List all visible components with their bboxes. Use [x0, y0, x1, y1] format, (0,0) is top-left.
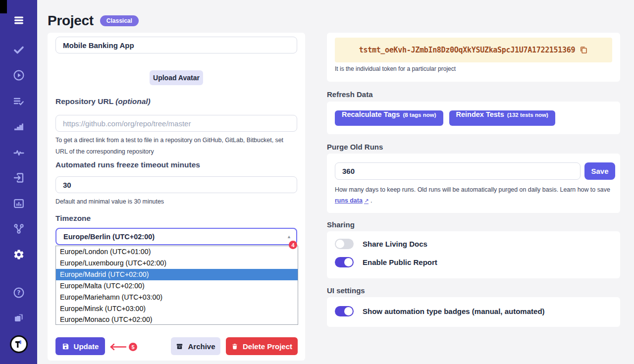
- token-box: tstmt_oeKvh-JZmbIn8Dz0OqXkYSUZkaSpcJ1U7A…: [335, 38, 612, 62]
- freeze-timeout-label: Automated runs freeze timeout minutes: [55, 160, 200, 169]
- refresh-data-card: Recalculate Tags (8 tags now) Reindex Te…: [327, 102, 620, 134]
- sharing-card: Share Living Docs Enable Public Report: [327, 231, 620, 278]
- git-branch-icon[interactable]: [12, 222, 25, 235]
- purge-heading: Purge Old Runs: [327, 143, 383, 151]
- chevron-up-icon: ▲: [287, 234, 291, 239]
- save-button[interactable]: Save: [584, 162, 615, 180]
- reindex-tests-count: (132 tests now): [507, 112, 548, 118]
- project-settings-card: Upload Avatar Repository URL (optional) …: [48, 33, 305, 361]
- repository-url-label: Repository URL (optional): [55, 97, 151, 106]
- timezone-dropdown: Europe/London (UTC+01:00)Europe/Luxembou…: [55, 246, 298, 325]
- recalculate-tags-button[interactable]: Recalculate Tags (8 tags now): [335, 110, 443, 126]
- save-icon: [62, 343, 69, 350]
- repository-url-help: To get a direct link from a test to file…: [55, 135, 296, 157]
- share-living-docs-row: Share Living Docs: [335, 239, 427, 249]
- share-living-docs-toggle[interactable]: [335, 239, 354, 249]
- timezone-select-value: Europe/Berlin (UTC+02:00): [63, 233, 155, 241]
- share-living-docs-label: Share Living Docs: [363, 240, 427, 248]
- bar-chart-icon[interactable]: [12, 197, 25, 210]
- logo-icon[interactable]: [10, 335, 28, 353]
- purge-card: Save How many days to keep runs. Old run…: [327, 154, 620, 213]
- timezone-option[interactable]: Europe/London (UTC+01:00): [56, 246, 298, 258]
- purge-help-suffix: .: [369, 197, 372, 204]
- list-check-icon[interactable]: [12, 95, 25, 108]
- refresh-data-heading: Refresh Data: [327, 90, 373, 99]
- folders-icon[interactable]: [12, 312, 25, 325]
- enable-public-report-row: Enable Public Report: [335, 257, 437, 267]
- window-corner-notch: [0, 0, 7, 13]
- annotation-badge-4: 4: [289, 241, 297, 249]
- hamburger-menu-icon[interactable]: [12, 14, 25, 27]
- form-actions: Update 5 Archive Delete Project: [55, 337, 297, 355]
- page-header: Project Classical: [48, 13, 139, 29]
- timezone-select[interactable]: Europe/Berlin (UTC+02:00) ▲: [55, 228, 297, 245]
- project-type-badge: Classical: [100, 15, 139, 26]
- archive-button-label: Archive: [188, 342, 215, 351]
- check-icon[interactable]: [12, 44, 25, 56]
- ui-settings-card: Show automation type badges (manual, aut…: [327, 297, 620, 327]
- help-circle-icon[interactable]: ?: [12, 286, 25, 299]
- svg-text:?: ?: [17, 289, 20, 296]
- reindex-tests-button[interactable]: Reindex Tests (132 tests now): [449, 110, 555, 126]
- delete-button-label: Delete Project: [243, 342, 292, 351]
- recalculate-tags-label: Recalculate Tags: [342, 110, 400, 118]
- sidebar: ?: [0, 0, 37, 364]
- token-caption: It is the individual token for a particu…: [335, 65, 456, 72]
- project-token: tstmt_oeKvh-JZmbIn8Dz0OqXkYSUZkaSpcJ1U7A…: [359, 46, 576, 54]
- repository-url-input[interactable]: [55, 115, 297, 132]
- timezone-option[interactable]: Europe/Luxembourg (UTC+02:00): [56, 258, 298, 269]
- sign-in-icon[interactable]: [12, 171, 25, 184]
- page-title: Project: [48, 13, 94, 29]
- token-card: tstmt_oeKvh-JZmbIn8Dz0OqXkYSUZkaSpcJ1U7A…: [327, 33, 620, 82]
- activity-pulse-icon[interactable]: [12, 146, 25, 159]
- reindex-tests-label: Reindex Tests: [456, 110, 504, 118]
- gear-icon[interactable]: [12, 248, 25, 261]
- delete-project-button[interactable]: Delete Project: [226, 337, 298, 355]
- copy-icon: [579, 46, 588, 54]
- steps-icon[interactable]: [12, 120, 25, 133]
- automation-badges-label: Show automation type badges (manual, aut…: [363, 307, 545, 315]
- purge-days-input[interactable]: [335, 162, 581, 180]
- freeze-timeout-input[interactable]: [55, 176, 297, 193]
- purge-help: How many days to keep runs. Old runs wil…: [335, 184, 612, 207]
- archive-icon: [176, 343, 183, 350]
- freeze-timeout-help: Default and minimal value is 30 minutes: [55, 196, 164, 208]
- copy-token-button[interactable]: [579, 46, 588, 54]
- trash-icon: [231, 343, 238, 350]
- play-circle-icon[interactable]: [12, 69, 25, 82]
- timezone-option[interactable]: Europe/Madrid (UTC+02:00): [56, 269, 298, 280]
- ui-settings-heading: UI settings: [327, 286, 365, 295]
- update-button[interactable]: Update: [55, 337, 105, 355]
- timezone-option[interactable]: Europe/Mariehamn (UTC+03:00): [56, 291, 298, 303]
- update-button-label: Update: [74, 342, 99, 351]
- automation-badges-toggle[interactable]: [335, 306, 354, 316]
- timezone-label: Timezone: [55, 214, 91, 223]
- timezone-option[interactable]: Europe/Minsk (UTC+03:00): [56, 303, 298, 314]
- archive-button[interactable]: Archive: [171, 337, 220, 355]
- annotation-badge-5: 5: [129, 343, 137, 351]
- enable-public-report-label: Enable Public Report: [363, 258, 437, 266]
- left-arrow-icon: [108, 343, 127, 351]
- automation-badges-row: Show automation type badges (manual, aut…: [335, 306, 545, 316]
- timezone-option[interactable]: Europe/Monaco (UTC+02:00): [56, 314, 298, 325]
- timezone-option[interactable]: Europe/Malta (UTC+02:00): [56, 280, 298, 292]
- enable-public-report-toggle[interactable]: [335, 257, 354, 267]
- runs-data-link[interactable]: runs data: [335, 197, 363, 204]
- sharing-heading: Sharing: [327, 220, 355, 229]
- annotation-arrow: 5: [108, 343, 137, 351]
- purge-help-text: How many days to keep runs. Old runs wil…: [335, 186, 610, 193]
- project-name-input[interactable]: [55, 37, 297, 53]
- recalculate-tags-count: (8 tags now): [403, 112, 436, 118]
- upload-avatar-button[interactable]: Upload Avatar: [150, 70, 203, 85]
